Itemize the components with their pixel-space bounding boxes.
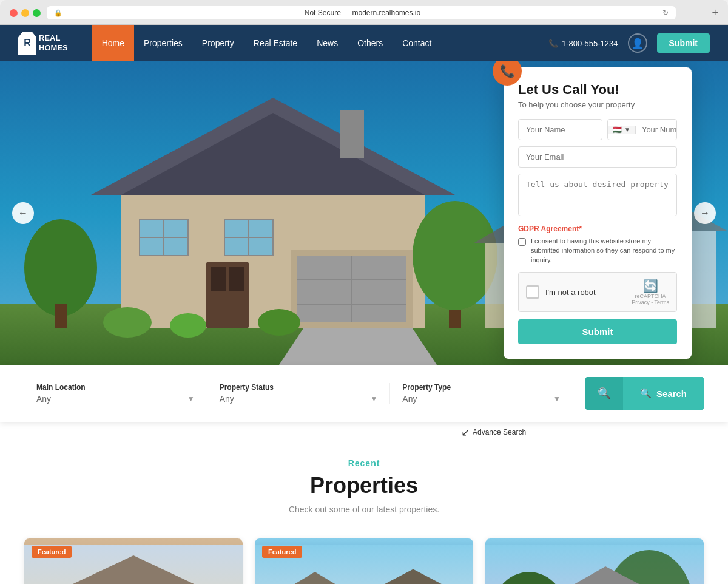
location-field: Main Location Any ▼ [24,383,207,404]
recaptcha-label: reCAPTCHA [632,293,669,299]
search-icon-2: 🔍 [640,388,652,399]
property-image-2: Featured [255,538,473,584]
search-icon: 🔍 [598,387,611,400]
call-form-icon: 📞 [493,61,522,86]
hero-section: ← → 📞 Let Us Call You! To help you choos… [0,61,728,365]
type-chevron: ▼ [553,395,561,403]
name-number-row: 🇭🇺 ▼ [518,119,677,140]
logo-text: REAL HOMES [39,33,68,52]
section-label: Recent [24,458,704,468]
svg-rect-11 [211,267,226,291]
nav-right: 📞 1-800-555-1234 👤 Submit [548,33,710,53]
svg-rect-21 [55,304,67,328]
email-input[interactable] [518,146,677,168]
browser-controls: 🔒 Not Secure — modern.realhomes.io ↻ + [10,6,718,19]
browser-dots [10,9,41,17]
nav-item-properties[interactable]: Properties [134,25,192,61]
property-card-3[interactable] [485,538,704,584]
svg-point-20 [24,219,97,316]
search-bar: Main Location Any ▼ Property Status Any … [0,365,728,422]
location-value: Any [36,394,51,404]
svg-point-26 [170,313,206,338]
user-icon[interactable]: 👤 [628,33,647,53]
slider-prev-button[interactable]: ← [12,202,34,224]
nav-item-home[interactable]: Home [92,25,134,61]
svg-point-24 [103,307,152,338]
nav-item-contact[interactable]: Contact [393,25,441,61]
phone-input-group: 🇭🇺 ▼ [607,119,677,140]
type-field: Property Type Any ▼ [390,383,573,404]
advance-search[interactable]: ↙ Advance Search [461,426,526,439]
lock-icon: 🔒 [54,9,62,17]
nav-item-news[interactable]: News [307,25,348,61]
logo-symbol: R [24,38,31,49]
gdpr-text: I consent to having this website store m… [531,237,677,265]
reload-icon[interactable]: ↻ [662,8,669,17]
search-label: Search [656,389,687,399]
svg-point-22 [413,201,497,310]
close-dot[interactable] [10,9,18,17]
minimize-dot[interactable] [21,9,29,17]
recaptcha-privacy: Privacy - Terms [632,299,669,305]
location-label: Main Location [36,383,195,392]
advance-search-label: Advance Search [473,428,526,436]
property-card-1[interactable]: Featured [24,538,243,584]
section-title: Properties [24,473,704,498]
location-select[interactable]: Any ▼ [36,394,195,404]
property-image-1: Featured [24,538,243,584]
featured-badge-1: Featured [32,546,72,558]
search-icon-button[interactable]: 🔍 [585,377,623,410]
name-input[interactable] [518,119,602,140]
phone-input[interactable] [636,120,677,140]
call-form-subtitle: To help you choose your property [518,100,677,109]
form-submit-button[interactable]: Submit [518,319,677,344]
nav-item-property[interactable]: Property [192,25,244,61]
message-textarea[interactable] [518,174,677,216]
nav-item-realestate[interactable]: Real Estate [244,25,307,61]
address-bar[interactable]: 🔒 Not Secure — modern.realhomes.io ↻ [47,6,676,19]
type-value: Any [402,394,417,404]
recaptcha-right: 🔄 reCAPTCHA Privacy - Terms [632,279,669,305]
phone-flag[interactable]: 🇭🇺 ▼ [608,126,636,134]
address-text: Not Secure — modern.realhomes.io [67,8,658,17]
browser-chrome: 🔒 Not Secure — modern.realhomes.io ↻ + [0,0,728,25]
gdpr-check[interactable] [518,238,526,246]
gdpr-checkbox[interactable]: I consent to having this website store m… [518,237,677,265]
svg-rect-23 [449,310,461,328]
new-tab-icon[interactable]: + [712,7,718,19]
maximize-dot[interactable] [33,9,41,17]
navbar: R REAL HOMES Home Properties Property Re… [0,25,728,61]
status-field: Property Status Any ▼ [207,383,391,404]
svg-marker-27 [279,328,437,365]
location-chevron: ▼ [187,395,195,403]
slider-next-button[interactable]: → [694,202,716,224]
search-button-group: 🔍 🔍 Search [585,377,704,410]
recaptcha-checkbox[interactable] [526,285,539,299]
svg-rect-19 [340,110,364,158]
recaptcha-text: I'm not a robot [545,288,596,297]
status-chevron: ▼ [370,395,377,403]
phone-nav: 📞 1-800-555-1234 [548,39,618,48]
nav-menu: Home Properties Property Real Estate New… [92,25,548,61]
search-text-button[interactable]: 🔍 Search [623,377,704,410]
status-select[interactable]: Any ▼ [220,394,378,404]
property-grid: Featured [24,538,704,584]
type-label: Property Type [402,383,561,392]
svg-point-25 [258,309,300,336]
call-form: 📞 Let Us Call You! To help you choose yo… [504,67,692,359]
phone-number: 1-800-555-1234 [562,39,618,48]
status-label: Property Status [220,383,378,392]
submit-button[interactable]: Submit [657,33,710,53]
nav-item-others[interactable]: Others [348,25,393,61]
phone-icon: 📞 [548,39,558,48]
gdpr-title: GDPR Agreement* [518,225,677,233]
recaptcha-box[interactable]: I'm not a robot 🔄 reCAPTCHA Privacy - Te… [518,272,677,312]
house-svg-3 [485,538,704,584]
advance-arrow: ↙ [461,426,470,439]
type-select[interactable]: Any ▼ [402,394,561,404]
recent-section: Recent Properties Check out some of our … [0,422,728,584]
logo[interactable]: R REAL HOMES [18,32,68,55]
recaptcha-left: I'm not a robot [526,285,596,299]
property-card-2[interactable]: Featured [255,538,473,584]
call-form-title: Let Us Call You! [518,82,677,98]
